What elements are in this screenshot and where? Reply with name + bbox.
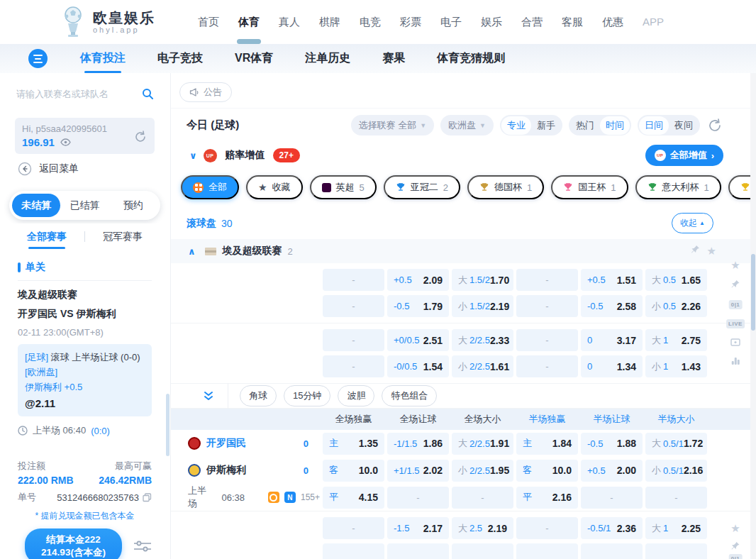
odds-cell[interactable]: -0.5/12.36: [581, 517, 643, 539]
team-name[interactable]: 伊斯梅利: [206, 464, 246, 477]
odds-cell[interactable]: 大0.51.65: [645, 269, 707, 291]
odds-cell[interactable]: [581, 543, 643, 559]
topnav-item-10[interactable]: 优惠: [602, 1, 623, 44]
odds-cell[interactable]: 大2/2.51.91: [452, 433, 513, 455]
odds-cell[interactable]: 主1.84: [516, 433, 578, 455]
odds-cell[interactable]: -0.52.58: [581, 295, 643, 317]
odds-cell[interactable]: -: [581, 487, 643, 509]
odds-cell[interactable]: 小2/2.51.61: [452, 355, 513, 377]
league-collapse-chevron[interactable]: ∧: [188, 246, 196, 257]
search-icon[interactable]: [142, 88, 153, 99]
league-chip-收藏[interactable]: ★收藏: [246, 175, 303, 199]
refresh-balance-icon[interactable]: [133, 130, 148, 144]
event-subtab-0[interactable]: 全部赛事: [9, 225, 84, 249]
star-icon[interactable]: ★: [707, 245, 716, 258]
odds-cell[interactable]: +1/1.52.02: [387, 460, 449, 482]
odds-cell[interactable]: -: [516, 329, 578, 351]
day-option[interactable]: 日间: [639, 116, 669, 135]
casino-icon[interactable]: [268, 492, 279, 503]
odds-cell[interactable]: -: [516, 269, 578, 291]
cashout-button[interactable]: 结算本金222 214.93(含本金): [25, 528, 122, 559]
league-chip-亚冠二[interactable]: 亚冠二2: [384, 175, 460, 199]
odds-cell[interactable]: -: [516, 517, 578, 539]
odds-cell[interactable]: 主1.35: [323, 433, 384, 455]
odds-cell[interactable]: -: [323, 269, 384, 291]
odds-cell[interactable]: 客10.0: [323, 460, 384, 482]
odds-cell[interactable]: 小1.5/22.19: [452, 295, 513, 317]
odds-cell[interactable]: 大2/2.52.33: [452, 329, 513, 351]
odds-cell[interactable]: 大12.75: [645, 329, 707, 351]
mode-pro[interactable]: 专业: [501, 116, 531, 135]
night-option[interactable]: 夜间: [669, 116, 699, 135]
topnav-item-7[interactable]: 娱乐: [481, 1, 502, 44]
league-chip-国王杯[interactable]: 国王杯1: [551, 175, 628, 199]
pin-icon[interactable]: [731, 280, 740, 289]
odds-cell[interactable]: 大0.5/11.72: [645, 433, 707, 455]
odds-cell[interactable]: -0.51.79: [387, 295, 449, 317]
topnav-item-3[interactable]: 棋牌: [319, 1, 340, 44]
topnav-item-6[interactable]: 电子: [440, 1, 462, 44]
live-badge[interactable]: LIVE: [726, 319, 745, 328]
league-chip-英超[interactable]: 英超5: [310, 175, 377, 199]
market-button-3[interactable]: 特色组合: [382, 385, 437, 406]
eye-icon[interactable]: [60, 138, 71, 146]
extra-markets-count[interactable]: 155+: [301, 492, 320, 502]
topnav-item-5[interactable]: 彩票: [400, 1, 421, 44]
odds-cell[interactable]: -: [516, 355, 578, 377]
brand-logo[interactable]: 欧皇娱乐 ohyl.app: [60, 6, 155, 38]
sort-time[interactable]: 时间: [600, 116, 630, 135]
refresh-odds-icon[interactable]: [706, 117, 723, 134]
odds-cell[interactable]: 小11.43: [645, 355, 707, 377]
odds-cell[interactable]: -: [452, 487, 513, 509]
subnav-item-4[interactable]: 赛果: [382, 51, 405, 66]
odds-cell[interactable]: +0.52.00: [581, 460, 643, 482]
odds-cell[interactable]: [516, 543, 578, 559]
column-header-3[interactable]: 半场独赢: [516, 413, 578, 426]
scrollbar-thumb[interactable]: [751, 254, 755, 331]
odds-cell[interactable]: 平2.16: [516, 487, 578, 509]
topnav-item-8[interactable]: 合营: [521, 1, 543, 44]
double-chevron-down-icon[interactable]: [204, 391, 213, 402]
odds-cell[interactable]: -: [323, 295, 384, 317]
subnav-item-5[interactable]: 体育竞猜规则: [437, 51, 505, 66]
league-chip-全部[interactable]: 全部: [181, 175, 239, 199]
topnav-item-4[interactable]: 电竞: [360, 1, 381, 44]
cashout-settings-icon[interactable]: [133, 538, 152, 554]
back-to-menu[interactable]: 返回菜单: [15, 154, 155, 179]
odds-cell[interactable]: -: [323, 517, 384, 539]
subnav-item-2[interactable]: VR体育: [235, 51, 273, 66]
bet-tab-1[interactable]: 已结算: [60, 194, 109, 217]
odds-cell[interactable]: 小2/2.51.95: [452, 460, 513, 482]
odds-cell[interactable]: -: [323, 329, 384, 351]
column-header-5[interactable]: 半场大小: [645, 413, 707, 426]
odds-cell[interactable]: 大12.25: [645, 517, 707, 539]
odds-format-badge[interactable]: 0|1: [729, 300, 743, 309]
odds-format-badge[interactable]: 0|1: [729, 554, 743, 559]
column-header-0[interactable]: 全场独赢: [323, 413, 384, 426]
subnav-item-3[interactable]: 注单历史: [305, 51, 350, 66]
stats-icon[interactable]: [732, 358, 740, 365]
topnav-item-2[interactable]: 真人: [279, 1, 300, 44]
odds-cell[interactable]: -0.51.88: [581, 433, 643, 455]
sort-hot[interactable]: 热门: [570, 116, 600, 135]
stats-n-icon[interactable]: N: [284, 492, 296, 503]
column-header-1[interactable]: 全场让球: [387, 413, 449, 426]
menu-toggle-icon[interactable]: [28, 49, 48, 68]
odds-cell[interactable]: 客10.0: [516, 460, 578, 482]
topnav-item-0[interactable]: 首页: [198, 1, 219, 44]
team-name[interactable]: 开罗国民: [206, 437, 246, 450]
odds-cell[interactable]: 小0.5/12.16: [645, 460, 707, 482]
copy-icon[interactable]: [143, 493, 152, 502]
odds-cell[interactable]: +0/0.52.51: [387, 329, 449, 351]
bet-tab-0[interactable]: 未结算: [12, 194, 60, 217]
league-select[interactable]: 选择联赛 全部▼: [351, 115, 435, 135]
column-header-4[interactable]: 半场让球: [581, 413, 643, 426]
subnav-item-0[interactable]: 体育投注: [80, 51, 126, 66]
odds-cell[interactable]: -0/0.51.54: [387, 355, 449, 377]
odds-cell[interactable]: 小0.52.26: [645, 295, 707, 317]
collapse-button[interactable]: 收起▲: [672, 213, 713, 233]
odds-cell[interactable]: 平4.15: [323, 487, 384, 509]
topnav-item-11[interactable]: APP: [643, 1, 664, 44]
odds-cell[interactable]: [387, 543, 449, 559]
odds-cell[interactable]: 大2.52.19: [452, 517, 513, 539]
